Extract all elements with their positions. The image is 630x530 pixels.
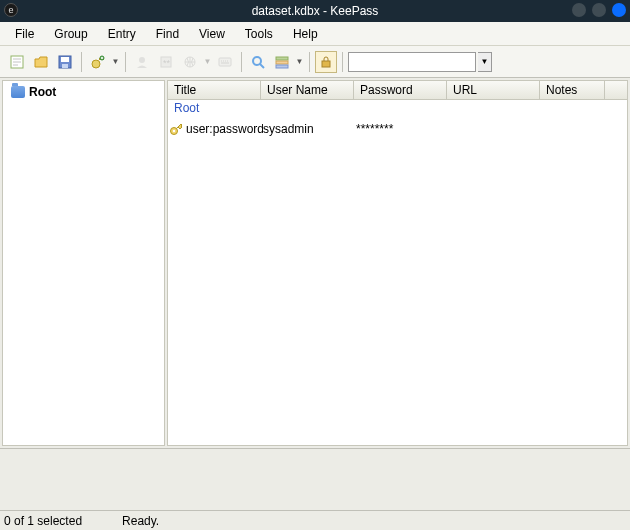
save-db-button[interactable] — [54, 51, 76, 73]
group-tree[interactable]: Root — [2, 80, 165, 446]
add-entry-button[interactable] — [87, 51, 109, 73]
key-icon — [169, 122, 183, 136]
folder-icon — [11, 86, 25, 98]
search-dropdown[interactable]: ▼ — [478, 52, 492, 72]
window-controls — [572, 3, 626, 17]
open-db-button[interactable] — [30, 51, 52, 73]
close-button[interactable] — [612, 3, 626, 17]
menu-help[interactable]: Help — [284, 24, 327, 44]
maximize-button[interactable] — [592, 3, 606, 17]
svg-rect-11 — [219, 58, 231, 66]
column-header: Title User Name Password URL Notes — [168, 81, 627, 100]
col-url[interactable]: URL — [447, 81, 540, 99]
open-url-dropdown: ▼ — [203, 57, 212, 66]
find-button[interactable] — [247, 51, 269, 73]
lock-button[interactable] — [315, 51, 337, 73]
toolbar-sep — [241, 52, 242, 72]
svg-rect-13 — [276, 57, 288, 60]
copy-password-button: ** — [155, 51, 177, 73]
cell-password: ******** — [356, 122, 449, 136]
svg-rect-15 — [276, 65, 288, 68]
col-title[interactable]: Title — [168, 81, 261, 99]
tree-item-label: Root — [29, 85, 56, 99]
entry-list: Title User Name Password URL Notes Root … — [167, 80, 628, 446]
cell-user: sysadmin — [263, 122, 356, 136]
col-extra[interactable] — [605, 81, 627, 99]
svg-rect-14 — [276, 61, 288, 64]
detail-pane — [0, 448, 630, 510]
titlebar: e dataset.kdbx - KeePass — [0, 0, 630, 22]
status-selection: 0 of 1 selected — [4, 514, 82, 528]
svg-point-7 — [139, 57, 145, 63]
tree-item-root[interactable]: Root — [3, 83, 164, 100]
show-entries-dropdown[interactable]: ▼ — [295, 57, 304, 66]
window-title: dataset.kdbx - KeePass — [252, 4, 379, 18]
status-bar: 0 of 1 selected Ready. — [0, 510, 630, 530]
svg-rect-16 — [322, 61, 330, 67]
entries-area[interactable]: user:password sysadmin ******** — [168, 117, 627, 445]
menubar: File Group Entry Find View Tools Help — [0, 22, 630, 46]
toolbar-sep — [81, 52, 82, 72]
menu-entry[interactable]: Entry — [99, 24, 145, 44]
toolbar-sep — [125, 52, 126, 72]
menu-file[interactable]: File — [6, 24, 43, 44]
svg-point-12 — [253, 57, 261, 65]
toolbar: ▼ ** ▼ ▼ ▼ — [0, 46, 630, 78]
cell-title: user:password — [186, 122, 263, 136]
col-notes[interactable]: Notes — [540, 81, 605, 99]
svg-text:**: ** — [163, 58, 171, 68]
search-input[interactable] — [348, 52, 476, 72]
open-url-button — [179, 51, 201, 73]
svg-point-4 — [92, 60, 100, 68]
menu-group[interactable]: Group — [45, 24, 96, 44]
new-db-button[interactable] — [6, 51, 28, 73]
group-header[interactable]: Root — [168, 100, 627, 117]
svg-point-18 — [173, 129, 175, 131]
add-entry-dropdown[interactable]: ▼ — [111, 57, 120, 66]
copy-user-button — [131, 51, 153, 73]
minimize-button[interactable] — [572, 3, 586, 17]
menu-find[interactable]: Find — [147, 24, 188, 44]
show-entries-button[interactable] — [271, 51, 293, 73]
app-icon: e — [4, 3, 18, 17]
col-password[interactable]: Password — [354, 81, 447, 99]
toolbar-sep — [342, 52, 343, 72]
menu-tools[interactable]: Tools — [236, 24, 282, 44]
menu-view[interactable]: View — [190, 24, 234, 44]
autotype-button — [214, 51, 236, 73]
status-state: Ready. — [122, 514, 159, 528]
col-user[interactable]: User Name — [261, 81, 354, 99]
entry-row[interactable]: user:password sysadmin ******** — [168, 117, 627, 134]
toolbar-sep — [309, 52, 310, 72]
svg-rect-2 — [61, 57, 69, 62]
main-split: Root Title User Name Password URL Notes … — [0, 78, 630, 448]
svg-rect-3 — [62, 64, 68, 68]
